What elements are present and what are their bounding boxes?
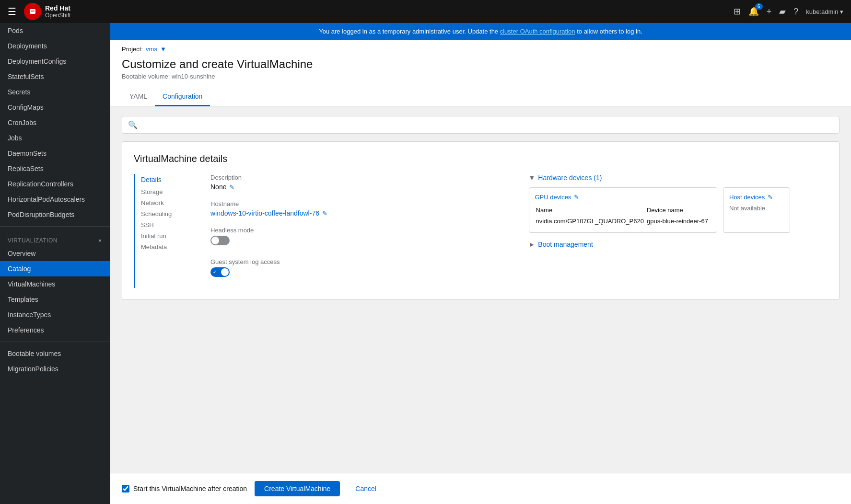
- host-edit-icon[interactable]: ✎: [768, 194, 773, 201]
- cancel-button[interactable]: Cancel: [348, 481, 384, 496]
- tab-yaml[interactable]: YAML: [122, 88, 155, 106]
- guest-log-toggle[interactable]: ✓: [210, 267, 230, 277]
- details-left: Description None ✎ Hostname windows-10-v…: [210, 174, 510, 288]
- sidebar-item-virtualmachines[interactable]: VirtualMachines: [0, 276, 110, 292]
- hardware-panels: GPU devices ✎ Name Device name: [529, 187, 828, 233]
- start-after-creation-input[interactable]: [122, 485, 129, 493]
- oauth-link[interactable]: cluster OAuth configuration: [500, 28, 575, 35]
- notifications-button[interactable]: 🔔 6: [748, 6, 759, 17]
- search-input[interactable]: [141, 121, 833, 129]
- hamburger-button[interactable]: ☰: [8, 6, 16, 17]
- hardware-header[interactable]: ▼ Hardware devices (1): [529, 174, 828, 182]
- boot-management[interactable]: ► Boot management: [529, 241, 828, 248]
- gpu-row-name: nvidia.com/GP107GL_QUADRO_P620: [536, 217, 646, 226]
- hostname-value: windows-10-virtio-coffee-landfowl-76 ✎: [210, 209, 510, 217]
- layout: PodsDeploymentsDeploymentConfigsStateful…: [0, 23, 851, 504]
- sidebar-item-deploymentconfigs[interactable]: DeploymentConfigs: [0, 54, 110, 69]
- hostname-text[interactable]: windows-10-virtio-coffee-landfowl-76: [210, 209, 319, 217]
- hardware-header-text: Hardware devices (1): [538, 174, 602, 182]
- vm-details-card: VirtualMachine details Details Storage N…: [122, 141, 839, 300]
- description-value: None ✎: [210, 183, 510, 191]
- sidebar-item-statefulsets[interactable]: StatefulSets: [0, 69, 110, 84]
- gpu-label: GPU devices: [535, 194, 571, 201]
- add-button[interactable]: +: [767, 7, 772, 17]
- description-edit-icon[interactable]: ✎: [229, 183, 234, 191]
- alert-message: You are logged in as a temporary adminis…: [319, 28, 498, 35]
- hostname-edit-icon[interactable]: ✎: [322, 210, 327, 217]
- headless-toggle[interactable]: [210, 236, 230, 245]
- details-main: Description None ✎ Hostname windows-10-v…: [210, 174, 828, 288]
- sidebar-item-horizontalpodautoscalers[interactable]: HorizontalPodAutoscalers: [0, 192, 110, 207]
- notification-badge: 6: [755, 3, 763, 10]
- sidebar-item-overview[interactable]: Overview: [0, 246, 110, 261]
- sidebar-divider: [0, 226, 110, 227]
- hardware-section: ▼ Hardware devices (1) GPU devices ✎: [529, 174, 828, 248]
- redhat-logo-icon: [24, 3, 41, 20]
- nav-item-network[interactable]: Network: [141, 196, 210, 207]
- boot-chevron-icon: ►: [529, 241, 536, 248]
- page-header: Project: vms ▼ Customize and create Virt…: [110, 40, 851, 106]
- gpu-panel-title[interactable]: GPU devices ✎: [535, 194, 711, 201]
- sidebar-item-replicationcontrollers[interactable]: ReplicationControllers: [0, 176, 110, 192]
- sidebar-item-instancetypes[interactable]: InstanceTypes: [0, 307, 110, 322]
- nav-item-initial-run[interactable]: Initial run: [141, 229, 210, 241]
- create-vm-button[interactable]: Create VirtualMachine: [255, 481, 340, 496]
- sidebar-item-secrets[interactable]: Secrets: [0, 84, 110, 100]
- start-after-creation-checkbox[interactable]: Start this VirtualMachine after creation: [122, 485, 247, 493]
- sidebar-item-pods[interactable]: Pods: [0, 23, 110, 38]
- boot-management-label: Boot management: [538, 241, 593, 248]
- vm-card-title: VirtualMachine details: [134, 153, 828, 164]
- search-icon: 🔍: [128, 120, 138, 129]
- sidebar-divider-2: [0, 342, 110, 342]
- virtualization-section-header[interactable]: Virtualization ▼: [0, 230, 110, 246]
- sidebar-item-cronjobs[interactable]: CronJobs: [0, 115, 110, 130]
- gpu-col-name: Name: [536, 206, 646, 216]
- sidebar-item-preferences[interactable]: Preferences: [0, 322, 110, 338]
- nav-item-storage[interactable]: Storage: [141, 185, 210, 196]
- sidebar-item-bootable-volumes[interactable]: Bootable volumes: [0, 346, 110, 361]
- details-right: ▼ Hardware devices (1) GPU devices ✎: [529, 174, 828, 288]
- main-content: You are logged in as a temporary adminis…: [110, 23, 851, 504]
- guest-log-label: Guest system log access: [210, 258, 510, 265]
- sidebar-item-deployments[interactable]: Deployments: [0, 38, 110, 54]
- sidebar-item-replicasets[interactable]: ReplicaSets: [0, 161, 110, 176]
- gpu-row-device: gpus-blue-reindeer-67: [647, 217, 710, 226]
- gpu-col-device: Device name: [647, 206, 710, 216]
- terminal-button[interactable]: ▰: [779, 6, 786, 17]
- tabs: YAML Configuration: [122, 88, 839, 106]
- details-nav: Details Storage Network Scheduling SSH I…: [134, 174, 210, 288]
- user-menu[interactable]: kube:admin ▾: [806, 8, 843, 15]
- help-button[interactable]: ?: [793, 7, 798, 17]
- project-selector[interactable]: Project: vms ▼: [122, 46, 839, 53]
- nav-item-ssh[interactable]: SSH: [141, 218, 210, 229]
- virtualization-label: Virtualization: [8, 237, 58, 244]
- gpu-edit-icon[interactable]: ✎: [574, 194, 579, 201]
- nav-item-scheduling[interactable]: Scheduling: [141, 207, 210, 218]
- details-layout: Details Storage Network Scheduling SSH I…: [134, 174, 828, 288]
- gpu-panel: GPU devices ✎ Name Device name: [529, 187, 717, 233]
- description-text: None: [210, 183, 226, 191]
- host-not-available: Not available: [729, 205, 784, 212]
- sidebar-item-templates[interactable]: Templates: [0, 292, 110, 307]
- sidebar-item-daemonsets[interactable]: DaemonSets: [0, 146, 110, 161]
- topnav-actions: ⊞ 🔔 6 + ▰ ? kube:admin ▾: [734, 6, 843, 17]
- sidebar-item-configmaps[interactable]: ConfigMaps: [0, 100, 110, 115]
- check-icon: ✓: [213, 269, 217, 275]
- page-title: Customize and create VirtualMachine: [122, 57, 839, 71]
- sidebar-item-catalog[interactable]: Catalog: [0, 261, 110, 276]
- sidebar-item-poddisruptionbudgets[interactable]: PodDisruptionBudgets: [0, 207, 110, 222]
- sidebar-item-jobs[interactable]: Jobs: [0, 130, 110, 146]
- hostname-label: Hostname: [210, 200, 510, 207]
- hostname-field: Hostname windows-10-virtio-coffee-landfo…: [210, 200, 510, 217]
- apps-grid-button[interactable]: ⊞: [734, 6, 741, 17]
- nav-item-metadata[interactable]: Metadata: [141, 241, 210, 252]
- bottom-actions: Start this VirtualMachine after creation…: [110, 473, 851, 504]
- page-subtitle: Bootable volume: win10-sunshine: [122, 73, 839, 80]
- sidebar-item-migrationpolicies[interactable]: MigrationPolicies: [0, 361, 110, 377]
- project-chevron-icon: ▼: [160, 46, 166, 53]
- alert-message-end: to allow others to log in.: [577, 28, 642, 35]
- host-label: Host devices: [729, 194, 765, 201]
- nav-item-details[interactable]: Details: [141, 174, 210, 185]
- tab-configuration[interactable]: Configuration: [155, 88, 210, 106]
- project-label: Project:: [122, 46, 143, 53]
